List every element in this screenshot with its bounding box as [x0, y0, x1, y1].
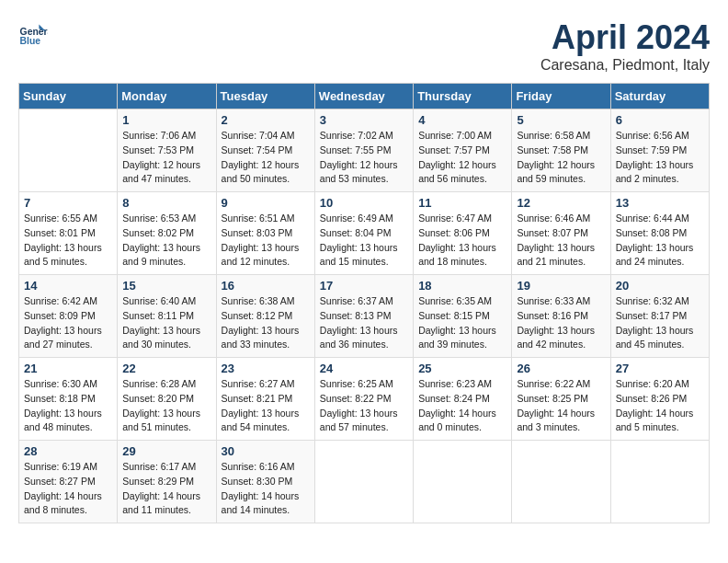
day-number: 28: [24, 444, 112, 458]
week-row-2: 7Sunrise: 6:55 AMSunset: 8:01 PMDaylight…: [19, 192, 710, 275]
day-number: 24: [320, 362, 408, 375]
day-header-monday: Monday: [118, 84, 216, 109]
calendar-cell: 12Sunrise: 6:46 AMSunset: 8:07 PMDayligh…: [512, 192, 610, 275]
day-header-friday: Friday: [512, 84, 610, 109]
day-info: Sunrise: 6:51 AMSunset: 8:03 PMDaylight:…: [222, 212, 310, 270]
calendar-cell: 8Sunrise: 6:53 AMSunset: 8:02 PMDaylight…: [118, 192, 216, 275]
day-number: 6: [616, 113, 704, 127]
calendar-cell: 15Sunrise: 6:40 AMSunset: 8:11 PMDayligh…: [118, 275, 216, 358]
day-number: 11: [418, 196, 506, 210]
day-info: Sunrise: 6:38 AMSunset: 8:12 PMDaylight:…: [222, 294, 310, 352]
day-number: 20: [616, 279, 704, 293]
week-row-1: 1Sunrise: 7:06 AMSunset: 7:53 PMDaylight…: [19, 109, 710, 192]
month-title: April 2024: [540, 18, 710, 57]
week-row-4: 21Sunrise: 6:30 AMSunset: 8:18 PMDayligh…: [19, 358, 710, 441]
day-number: 19: [517, 279, 605, 293]
day-number: 9: [222, 196, 310, 210]
calendar-cell: 18Sunrise: 6:35 AMSunset: 8:15 PMDayligh…: [414, 275, 512, 358]
calendar-cell: 25Sunrise: 6:23 AMSunset: 8:24 PMDayligh…: [414, 358, 512, 441]
calendar-cell: 26Sunrise: 6:22 AMSunset: 8:25 PMDayligh…: [512, 358, 610, 441]
calendar-cell: 30Sunrise: 6:16 AMSunset: 8:30 PMDayligh…: [216, 441, 314, 523]
day-info: Sunrise: 6:30 AMSunset: 8:18 PMDaylight:…: [24, 377, 112, 435]
calendar-cell: [610, 441, 709, 523]
day-number: 2: [222, 113, 310, 127]
day-number: 3: [320, 113, 408, 127]
calendar-cell: 9Sunrise: 6:51 AMSunset: 8:03 PMDaylight…: [216, 192, 314, 275]
calendar-header-row: SundayMondayTuesdayWednesdayThursdayFrid…: [19, 84, 710, 109]
day-info: Sunrise: 6:19 AMSunset: 8:27 PMDaylight:…: [24, 460, 112, 518]
day-info: Sunrise: 6:46 AMSunset: 8:07 PMDaylight:…: [517, 212, 605, 270]
day-number: 5: [517, 113, 605, 127]
day-info: Sunrise: 6:35 AMSunset: 8:15 PMDaylight:…: [418, 294, 506, 352]
day-number: 21: [24, 362, 112, 375]
title-block: April 2024 Caresana, Piedmont, Italy: [540, 18, 710, 74]
day-info: Sunrise: 7:02 AMSunset: 7:55 PMDaylight:…: [320, 129, 408, 187]
calendar-cell: 20Sunrise: 6:32 AMSunset: 8:17 PMDayligh…: [610, 275, 709, 358]
calendar-cell: 1Sunrise: 7:06 AMSunset: 7:53 PMDaylight…: [118, 109, 216, 192]
calendar-cell: 21Sunrise: 6:30 AMSunset: 8:18 PMDayligh…: [19, 358, 118, 441]
location: Caresana, Piedmont, Italy: [540, 57, 710, 74]
day-header-tuesday: Tuesday: [216, 84, 314, 109]
calendar-cell: 24Sunrise: 6:25 AMSunset: 8:22 PMDayligh…: [314, 358, 413, 441]
day-info: Sunrise: 6:58 AMSunset: 7:58 PMDaylight:…: [517, 129, 605, 187]
day-info: Sunrise: 6:42 AMSunset: 8:09 PMDaylight:…: [24, 294, 112, 352]
week-row-5: 28Sunrise: 6:19 AMSunset: 8:27 PMDayligh…: [19, 441, 710, 523]
day-info: Sunrise: 6:56 AMSunset: 7:59 PMDaylight:…: [616, 129, 704, 187]
day-info: Sunrise: 6:44 AMSunset: 8:08 PMDaylight:…: [616, 212, 704, 270]
day-number: 22: [122, 362, 210, 375]
day-header-sunday: Sunday: [19, 84, 118, 109]
day-number: 26: [517, 362, 605, 375]
svg-text:Blue: Blue: [20, 36, 41, 46]
calendar-body: 1Sunrise: 7:06 AMSunset: 7:53 PMDaylight…: [19, 109, 710, 523]
day-number: 23: [222, 362, 310, 375]
day-number: 16: [222, 279, 310, 293]
day-number: 29: [122, 444, 210, 458]
calendar-cell: 27Sunrise: 6:20 AMSunset: 8:26 PMDayligh…: [610, 358, 709, 441]
calendar-cell: 4Sunrise: 7:00 AMSunset: 7:57 PMDaylight…: [414, 109, 512, 192]
calendar-cell: 23Sunrise: 6:27 AMSunset: 8:21 PMDayligh…: [216, 358, 314, 441]
calendar-cell: 29Sunrise: 6:17 AMSunset: 8:29 PMDayligh…: [118, 441, 216, 523]
calendar-cell: 13Sunrise: 6:44 AMSunset: 8:08 PMDayligh…: [610, 192, 709, 275]
day-header-thursday: Thursday: [414, 84, 512, 109]
calendar-cell: 28Sunrise: 6:19 AMSunset: 8:27 PMDayligh…: [19, 441, 118, 523]
day-number: 13: [616, 196, 704, 210]
day-number: 8: [122, 196, 210, 210]
calendar-cell: 5Sunrise: 6:58 AMSunset: 7:58 PMDaylight…: [512, 109, 610, 192]
week-row-3: 14Sunrise: 6:42 AMSunset: 8:09 PMDayligh…: [19, 275, 710, 358]
day-info: Sunrise: 6:55 AMSunset: 8:01 PMDaylight:…: [24, 212, 112, 270]
day-info: Sunrise: 6:32 AMSunset: 8:17 PMDaylight:…: [616, 294, 704, 352]
calendar-cell: [19, 109, 118, 192]
day-info: Sunrise: 6:37 AMSunset: 8:13 PMDaylight:…: [320, 294, 408, 352]
calendar-cell: 2Sunrise: 7:04 AMSunset: 7:54 PMDaylight…: [216, 109, 314, 192]
calendar-cell: 16Sunrise: 6:38 AMSunset: 8:12 PMDayligh…: [216, 275, 314, 358]
day-info: Sunrise: 6:23 AMSunset: 8:24 PMDaylight:…: [418, 377, 506, 435]
calendar-cell: 3Sunrise: 7:02 AMSunset: 7:55 PMDaylight…: [314, 109, 413, 192]
calendar-cell: 7Sunrise: 6:55 AMSunset: 8:01 PMDaylight…: [19, 192, 118, 275]
day-number: 12: [517, 196, 605, 210]
day-header-wednesday: Wednesday: [314, 84, 413, 109]
day-header-saturday: Saturday: [610, 84, 709, 109]
day-info: Sunrise: 6:28 AMSunset: 8:20 PMDaylight:…: [122, 377, 210, 435]
day-info: Sunrise: 6:49 AMSunset: 8:04 PMDaylight:…: [320, 212, 408, 270]
calendar-cell: 22Sunrise: 6:28 AMSunset: 8:20 PMDayligh…: [118, 358, 216, 441]
day-number: 15: [122, 279, 210, 293]
day-number: 1: [122, 113, 210, 127]
day-info: Sunrise: 7:00 AMSunset: 7:57 PMDaylight:…: [418, 129, 506, 187]
day-info: Sunrise: 6:22 AMSunset: 8:25 PMDaylight:…: [517, 377, 605, 435]
day-number: 4: [418, 113, 506, 127]
day-info: Sunrise: 6:20 AMSunset: 8:26 PMDaylight:…: [616, 377, 704, 435]
day-info: Sunrise: 6:25 AMSunset: 8:22 PMDaylight:…: [320, 377, 408, 435]
day-number: 30: [222, 444, 310, 458]
calendar-cell: 11Sunrise: 6:47 AMSunset: 8:06 PMDayligh…: [414, 192, 512, 275]
day-info: Sunrise: 7:04 AMSunset: 7:54 PMDaylight:…: [222, 129, 310, 187]
logo-icon: General Blue: [18, 18, 48, 48]
day-number: 10: [320, 196, 408, 210]
day-info: Sunrise: 6:40 AMSunset: 8:11 PMDaylight:…: [122, 294, 210, 352]
calendar-cell: [314, 441, 413, 523]
calendar-cell: [414, 441, 512, 523]
day-info: Sunrise: 6:47 AMSunset: 8:06 PMDaylight:…: [418, 212, 506, 270]
day-info: Sunrise: 6:17 AMSunset: 8:29 PMDaylight:…: [122, 460, 210, 518]
day-number: 25: [418, 362, 506, 375]
day-number: 18: [418, 279, 506, 293]
day-info: Sunrise: 6:33 AMSunset: 8:16 PMDaylight:…: [517, 294, 605, 352]
